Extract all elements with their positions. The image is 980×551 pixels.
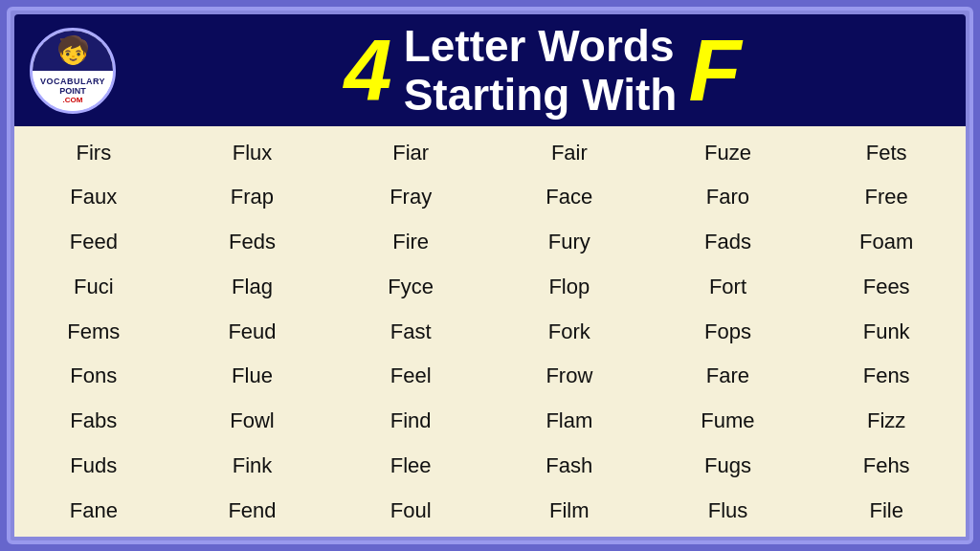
title-line2: Starting With <box>404 71 678 120</box>
letter-f: F <box>688 28 741 114</box>
word-cell: Frow <box>490 354 649 399</box>
logo-point: POINT <box>59 86 86 96</box>
logo: 🧒 VOCABULARY POINT .COM <box>30 28 116 114</box>
word-cell: Fees <box>807 264 966 309</box>
word-cell: Fyce <box>331 264 490 309</box>
word-cell: Fink <box>173 443 332 488</box>
word-cell: Feud <box>173 309 332 354</box>
word-cell: Fend <box>173 488 332 533</box>
word-cell: Foam <box>807 220 966 265</box>
word-cell: Fens <box>807 354 966 399</box>
word-cell: Fork <box>490 309 649 354</box>
word-cell: Fabs <box>14 399 173 444</box>
word-cell: Fane <box>14 488 173 533</box>
word-cell: Flus <box>649 488 808 533</box>
word-cell: Fops <box>649 309 808 354</box>
word-cell: Fair <box>490 130 649 175</box>
word-cell: Fort <box>649 264 808 309</box>
word-cell: Feel <box>331 354 490 399</box>
word-cell: Fems <box>14 309 173 354</box>
word-cell: Funk <box>807 309 966 354</box>
word-cell: Flop <box>490 264 649 309</box>
word-cell: Flue <box>173 354 332 399</box>
logo-com: .COM <box>63 96 83 104</box>
word-cell: Flux <box>173 130 332 175</box>
word-cell: Find <box>331 399 490 444</box>
word-cell: Faux <box>14 175 173 220</box>
word-cell: Flag <box>173 264 332 309</box>
word-cell: Face <box>490 175 649 220</box>
word-cell: Fast <box>331 309 490 354</box>
word-cell: Feed <box>14 220 173 265</box>
word-cell: Frap <box>173 175 332 220</box>
word-cell: Fare <box>649 354 808 399</box>
word-cell: Flee <box>331 443 490 488</box>
title-line1: Letter Words <box>404 22 678 71</box>
word-cell: Fuds <box>14 443 173 488</box>
word-cell: File <box>807 488 966 533</box>
word-cell: Fets <box>807 130 966 175</box>
word-cell: Fuze <box>649 130 808 175</box>
main-container: 🧒 VOCABULARY POINT .COM 4 Letter Words S… <box>7 7 973 544</box>
word-cell: Fowl <box>173 399 332 444</box>
word-cell: Feds <box>173 220 332 265</box>
word-cell: Foul <box>331 488 490 533</box>
word-cell: Film <box>490 488 649 533</box>
word-cell: Fons <box>14 354 173 399</box>
header-title: 4 Letter Words Starting With F <box>135 22 950 119</box>
header: 🧒 VOCABULARY POINT .COM 4 Letter Words S… <box>14 14 966 126</box>
word-cell: Fugs <box>649 443 808 488</box>
word-cell: Fehs <box>807 443 966 488</box>
word-cell: Fire <box>331 220 490 265</box>
word-cell: Fray <box>331 175 490 220</box>
logo-vocab: VOCABULARY <box>40 77 105 86</box>
word-cell: Firs <box>14 130 173 175</box>
word-cell: Free <box>807 175 966 220</box>
words-grid: FirsFluxFiarFairFuzeFetsFauxFrapFrayFace… <box>14 126 966 537</box>
word-cell: Flam <box>490 399 649 444</box>
word-cell: Fash <box>490 443 649 488</box>
number-4: 4 <box>345 28 392 114</box>
word-cell: Fads <box>649 220 808 265</box>
mascot-icon: 🧒 <box>56 37 90 64</box>
word-cell: Faro <box>649 175 808 220</box>
word-cell: Fury <box>490 220 649 265</box>
title-text: Letter Words Starting With <box>404 22 678 119</box>
word-cell: Fizz <box>807 399 966 444</box>
word-cell: Fiar <box>331 130 490 175</box>
word-cell: Fume <box>649 399 808 444</box>
word-cell: Fuci <box>14 264 173 309</box>
